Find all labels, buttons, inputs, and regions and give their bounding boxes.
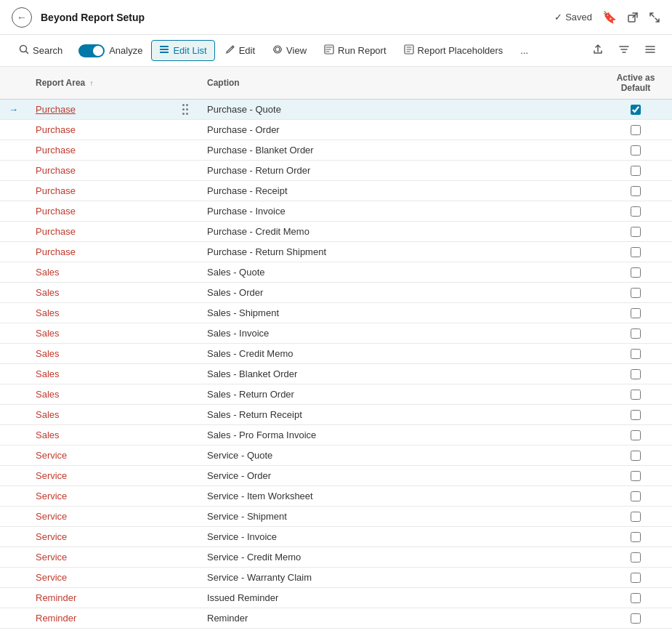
active-checkbox[interactable] [631,593,641,603]
active-checkbox[interactable] [631,430,641,440]
table-row[interactable]: PurchasePurchase - Receipt [0,181,672,201]
active-checkbox[interactable] [631,369,641,379]
edit-button[interactable]: Edit [218,41,262,60]
row-active-cell[interactable] [599,527,672,547]
table-row[interactable]: SalesSales - Quote [0,262,672,283]
row-active-cell[interactable] [599,384,672,405]
col-header-report-area[interactable]: Report Area ↑ [27,67,172,100]
search-button[interactable]: Search [12,41,70,60]
table-row[interactable]: ReminderIssued Reminder [0,588,672,608]
share-button[interactable] [588,40,608,61]
active-checkbox[interactable] [631,247,641,257]
row-drag-cell[interactable] [172,588,198,608]
row-drag-cell[interactable] [172,466,198,486]
active-checkbox[interactable] [631,512,641,522]
expand-button[interactable] [649,12,660,23]
row-active-cell[interactable] [599,161,672,181]
report-placeholders-button[interactable]: Report Placeholders [397,41,511,60]
table-row[interactable]: PurchasePurchase - Credit Memo [0,222,672,242]
col-header-active[interactable]: Active as Default [599,67,672,100]
row-active-cell[interactable] [599,405,672,425]
table-row[interactable]: ServiceService - Quote [0,446,672,466]
row-drag-cell[interactable] [172,384,198,405]
active-checkbox[interactable] [631,552,641,563]
table-row[interactable]: PurchasePurchase - Return Shipment [0,242,672,262]
edit-list-button[interactable]: Edit List [151,40,214,61]
row-drag-cell[interactable] [172,425,198,446]
col-header-caption[interactable]: Caption [198,67,599,100]
row-active-cell[interactable] [599,547,672,568]
active-checkbox[interactable] [631,145,641,156]
row-active-cell[interactable] [599,242,672,262]
table-row[interactable]: →Purchase Purchase - Quote [0,100,672,120]
table-row[interactable]: PurchasePurchase - Invoice [0,201,672,222]
row-active-cell[interactable] [599,466,672,486]
row-drag-cell[interactable] [172,568,198,588]
active-checkbox[interactable] [631,288,641,298]
table-row[interactable]: ServiceService - Shipment [0,507,672,527]
analyze-toggle-switch[interactable] [78,44,105,57]
row-drag-cell[interactable] [172,100,198,120]
run-report-button[interactable]: Run Report [317,41,393,60]
active-checkbox[interactable] [631,491,641,501]
row-active-cell[interactable] [599,262,672,283]
row-drag-cell[interactable] [172,120,198,140]
active-checkbox[interactable] [631,308,641,318]
external-link-button[interactable] [627,12,639,23]
row-active-cell[interactable] [599,364,672,384]
row-active-cell[interactable] [599,140,672,161]
row-drag-cell[interactable] [172,547,198,568]
table-row[interactable]: SalesSales - Return Receipt [0,405,672,425]
bookmark-button[interactable]: 🔖 [602,10,617,24]
row-active-cell[interactable] [599,222,672,242]
active-checkbox[interactable] [631,451,641,461]
table-row[interactable]: ServiceService - Item Worksheet [0,486,672,507]
row-drag-cell[interactable] [172,140,198,161]
row-active-cell[interactable] [599,201,672,222]
active-checkbox[interactable] [631,613,641,624]
row-drag-cell[interactable] [172,303,198,323]
row-drag-cell[interactable] [172,608,198,629]
row-active-cell[interactable] [599,568,672,588]
row-drag-cell[interactable] [172,283,198,303]
row-drag-cell[interactable] [172,161,198,181]
active-checkbox[interactable] [631,166,641,176]
table-row[interactable]: SalesSales - Invoice [0,323,672,344]
active-checkbox[interactable] [631,125,641,135]
row-drag-cell[interactable] [172,181,198,201]
row-active-cell[interactable] [599,588,672,608]
active-checkbox[interactable] [631,471,641,481]
active-checkbox[interactable] [631,206,641,217]
table-row[interactable]: SalesSales - Order [0,283,672,303]
row-active-cell[interactable] [599,100,672,120]
row-drag-cell[interactable] [172,405,198,425]
table-row[interactable]: SalesSales - Credit Memo [0,344,672,364]
active-checkbox[interactable] [631,267,641,278]
table-row[interactable]: SalesSales - Return Order [0,384,672,405]
filter-button[interactable] [614,40,634,61]
row-active-cell[interactable] [599,120,672,140]
table-row[interactable]: PurchasePurchase - Blanket Order [0,140,672,161]
active-checkbox[interactable] [631,390,641,400]
row-active-cell[interactable] [599,608,672,629]
active-checkbox[interactable] [631,410,641,420]
table-row[interactable]: SalesSales - Blanket Order [0,364,672,384]
row-drag-cell[interactable] [172,486,198,507]
row-drag-cell[interactable] [172,344,198,364]
back-button[interactable]: ← [12,7,32,28]
view-button[interactable]: View [265,41,314,60]
row-active-cell[interactable] [599,344,672,364]
active-checkbox[interactable] [631,186,641,196]
active-checkbox[interactable] [631,349,641,359]
analyze-toggle[interactable]: Analyze [73,41,148,61]
table-row[interactable]: PurchasePurchase - Return Order [0,161,672,181]
row-active-cell[interactable] [599,446,672,466]
table-row[interactable]: ServiceService - Order [0,466,672,486]
more-button[interactable]: ... [513,41,535,60]
table-row[interactable]: ServiceService - Credit Memo [0,547,672,568]
row-drag-cell[interactable] [172,242,198,262]
row-active-cell[interactable] [599,425,672,446]
active-checkbox[interactable] [631,227,641,237]
table-row[interactable]: SalesSales - Pro Forma Invoice [0,425,672,446]
row-active-cell[interactable] [599,303,672,323]
